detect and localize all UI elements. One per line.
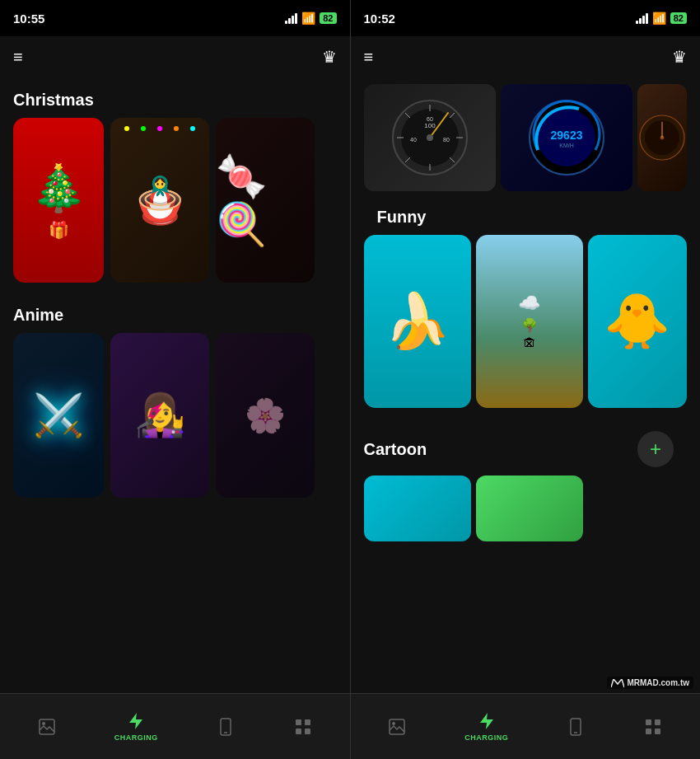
wifi-icon: 📶	[301, 12, 315, 25]
gauge-row: 100 60 40 80	[364, 84, 688, 201]
right-app-header: ≡ ♛	[351, 36, 701, 77]
right-nav-phone[interactable]	[566, 717, 586, 737]
battery-badge: 82	[320, 12, 336, 24]
right-battery-badge: 82	[670, 12, 687, 24]
signal-icon	[285, 12, 297, 24]
nav-grid[interactable]	[293, 717, 313, 737]
svg-text:60: 60	[427, 116, 433, 122]
right-charging-icon	[477, 711, 497, 731]
digital-gauge-card[interactable]: 29623 KM/H	[501, 84, 632, 191]
anime-sword-card[interactable]: ⚔️	[13, 333, 104, 498]
svg-text:40: 40	[410, 137, 417, 143]
funny-title: Funny	[364, 201, 688, 235]
anime-card-row: ⚔️ 👩‍🎤 🌸	[0, 333, 350, 498]
r-bar1	[636, 21, 638, 24]
tree-emoji: 🌳	[521, 317, 538, 333]
svg-text:29623: 29623	[550, 129, 582, 142]
anime-girl-card[interactable]: 👩‍🎤	[110, 333, 209, 498]
partial-emoji: 🌸	[245, 396, 286, 435]
light-green	[141, 126, 146, 131]
r-bar3	[642, 16, 645, 24]
grid-icon	[293, 717, 313, 737]
right-nav-grid[interactable]	[643, 717, 663, 737]
bar2	[288, 18, 291, 24]
left-panel: 10:55 📶 82 ≡ ♛ Christmas 🎄	[0, 0, 350, 759]
nav-gallery[interactable]	[37, 717, 57, 737]
nutcracker-card[interactable]: 🪆	[110, 118, 209, 283]
left-status-bar: 10:55 📶 82	[0, 0, 350, 36]
right-signal-icon	[636, 12, 648, 24]
candy-emoji: 🍬🍭	[216, 152, 315, 248]
duck-emoji: 🐥	[604, 290, 670, 353]
right-panel-inner: 100 60 40 80	[351, 77, 701, 541]
light-orange	[174, 126, 179, 131]
gallery-icon	[37, 717, 57, 737]
svg-marker-2	[129, 713, 142, 729]
svg-rect-38	[646, 719, 651, 725]
r-bar2	[639, 18, 642, 24]
banana-card[interactable]: 🍌	[364, 235, 471, 408]
phone-icon	[216, 717, 236, 737]
right-nav-charging[interactable]: CHARGING	[464, 711, 508, 742]
svg-rect-39	[655, 719, 660, 725]
cartoon-header: Cartoon +	[364, 424, 688, 476]
right-crown-icon[interactable]: ♛	[672, 47, 687, 67]
light-pink	[157, 126, 162, 131]
christmas-section: Christmas 🎄 🎁	[0, 84, 350, 283]
fence-emoji: 🏚	[523, 336, 536, 351]
right-bottom-nav: CHARGING	[351, 693, 701, 759]
bar4	[295, 13, 297, 24]
svg-rect-40	[646, 729, 651, 734]
right-gallery-icon	[387, 717, 407, 737]
light-cyan	[190, 126, 195, 131]
anime-section: Anime ⚔️ 👩‍🎤 🌸	[0, 299, 350, 498]
left-time: 10:55	[13, 12, 44, 26]
svg-rect-6	[305, 719, 310, 725]
analog-gauge-card[interactable]: 100 60 40 80	[364, 84, 496, 191]
svg-point-1	[42, 722, 45, 725]
svg-rect-33	[390, 719, 404, 734]
left-bottom-nav: CHARGING	[0, 693, 350, 759]
right-hamburger-icon[interactable]: ≡	[364, 48, 374, 67]
cartoon-card-row	[364, 476, 688, 541]
left-status-icons: 📶 82	[285, 12, 336, 25]
right-phone-icon	[566, 717, 586, 737]
crown-icon[interactable]: ♛	[322, 47, 337, 67]
copper-gauge-card[interactable]	[637, 84, 687, 191]
charging-label: CHARGING	[114, 733, 158, 742]
cartoon-card-1[interactable]	[364, 476, 471, 541]
right-nav-gallery[interactable]	[387, 717, 407, 737]
christmas-tree-card[interactable]: 🎄 🎁	[13, 118, 104, 283]
svg-rect-5	[296, 719, 301, 725]
sky-card[interactable]: ☁️ 🌳 🏚	[476, 235, 583, 408]
christmas-title: Christmas	[0, 84, 350, 118]
duck-card[interactable]: 🐥	[588, 235, 688, 408]
right-grid-icon	[643, 717, 663, 737]
right-scroll-content: 100 60 40 80	[351, 77, 701, 693]
cartoon-section: Cartoon +	[364, 424, 688, 541]
nav-charging[interactable]: CHARGING	[114, 711, 158, 742]
svg-text:KM/H: KM/H	[559, 143, 574, 148]
candy-card[interactable]: 🍬🍭	[216, 118, 315, 283]
right-status-bar: 10:52 📶 82	[351, 0, 701, 36]
right-panel: 10:52 📶 82 ≡ ♛	[351, 0, 701, 759]
cartoon-title: Cartoon	[364, 440, 427, 459]
nav-phone[interactable]	[216, 717, 236, 737]
svg-rect-41	[655, 729, 660, 734]
funny-card-row: 🍌 ☁️ 🌳 🏚 🐥	[364, 235, 688, 408]
svg-text:80: 80	[443, 137, 450, 143]
add-button[interactable]: +	[637, 431, 674, 467]
light-yellow	[124, 126, 129, 131]
left-app-header: ≡ ♛	[0, 36, 350, 77]
svg-rect-8	[305, 729, 310, 734]
bar1	[285, 21, 287, 24]
right-time: 10:52	[364, 12, 395, 26]
anime-partial-card[interactable]: 🌸	[216, 333, 315, 498]
digital-gauge-svg: 29623 KM/H	[525, 96, 608, 179]
christmas-card-row: 🎄 🎁 🪆 🍬🍭	[0, 118, 350, 283]
cartoon-card-2[interactable]	[476, 476, 583, 541]
right-charging-label: CHARGING	[464, 733, 508, 742]
lights-decoration	[119, 126, 201, 131]
hamburger-icon[interactable]: ≡	[13, 48, 23, 67]
girl-emoji: 👩‍🎤	[134, 391, 185, 439]
